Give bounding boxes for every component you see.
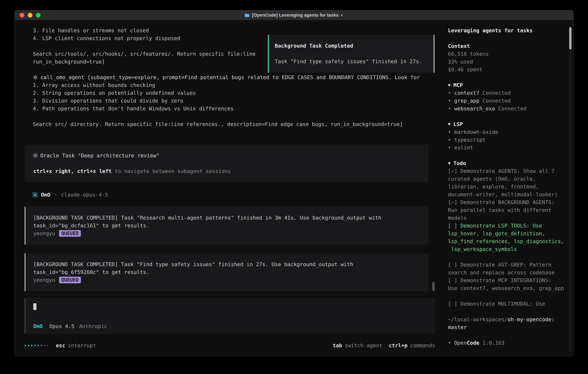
lsp-name: eslint <box>454 144 473 152</box>
mcp-status: Connected <box>483 89 511 97</box>
chat-line: 4. Path operations that don't handle Win… <box>25 105 442 113</box>
chat-line: 3. Division operations that could divide… <box>25 97 442 105</box>
notification-title: Background Task Completed <box>275 42 434 50</box>
sidebar-scrollbar-thumb[interactable] <box>569 27 571 50</box>
tool-call-text: call_omo_agent [subagent_type=explore, p… <box>40 73 420 81</box>
composer-agent-label: OmO <box>33 322 43 330</box>
bullet-icon: • <box>448 89 451 97</box>
chat-line: 2. String operations on potentially unde… <box>25 89 442 97</box>
message-author: yeongyu <box>33 276 55 284</box>
lsp-item: •eslint <box>448 144 566 152</box>
message-text: [BACKGROUND TASK COMPLETED] Task "Resear… <box>33 214 428 229</box>
bullet-icon: • <box>448 136 451 144</box>
esc-key-hint: esc <box>56 342 65 349</box>
lsp-name: markdown-oxide <box>454 128 498 136</box>
chat-line: 3. File handles or streams not closed <box>25 27 442 34</box>
workspace-path-strong: oh-my-opencode: <box>508 316 555 322</box>
chat-line: 1. Array access without bounds checking <box>25 81 442 89</box>
chevron-down-icon: ▼ <box>448 120 451 128</box>
text-cursor <box>33 303 36 310</box>
bullet-icon: • <box>448 105 451 113</box>
lsp-name: typescript <box>454 136 486 144</box>
todo-section-header[interactable]: ▼ Todo <box>448 159 566 167</box>
todo-item-done: [✓] Demonstrate BACKGROUND AGENTS: Run p… <box>448 198 566 222</box>
mcp-name: websearch_exa <box>454 105 495 113</box>
zoom-button[interactable] <box>36 13 41 18</box>
session-sidebar: Leveraging agents for tasks Context 66,5… <box>442 20 573 356</box>
app-version: 1.0.163 <box>483 339 504 347</box>
lsp-item: •typescript <box>448 136 566 144</box>
composer-provider-label: Anthropic <box>79 322 107 330</box>
sidebar-session-title: Leveraging agents for tasks <box>448 27 566 34</box>
mcp-name: context7 <box>454 89 479 97</box>
fisheye-icon <box>33 154 37 158</box>
agent-name: OmO <box>41 191 50 199</box>
brand-name: OpenCode <box>454 339 479 347</box>
mcp-name: grep_app <box>454 97 479 105</box>
queued-message: [BACKGROUND TASK COMPLETED] Task "Find t… <box>25 253 428 291</box>
opencode-terminal-window: [OpenCode] Leveraging agents for tasks ◐… <box>14 10 574 356</box>
brand-regular: Open <box>454 340 467 346</box>
window-controls <box>15 13 41 18</box>
mcp-item: •grep_appConnected <box>448 97 566 105</box>
dot-separator-icon: · <box>54 191 57 199</box>
mcp-heading: MCP <box>453 81 463 89</box>
lsp-item: •markdown-oxide <box>448 128 566 136</box>
message-text: [BACKGROUND TASK COMPLETED] Task "Find t… <box>33 260 428 276</box>
window-title: [OpenCode] Leveraging agents for tasks ◐ <box>244 13 344 18</box>
chevron-down-icon: ▼ <box>448 81 451 89</box>
chevron-down-icon: ▼ <box>448 159 451 167</box>
lsp-section-header[interactable]: ▼ LSP <box>448 120 566 128</box>
bullet-icon: • <box>448 128 451 136</box>
commands-action-label: commands <box>410 342 435 349</box>
notification-body: Task "Find type safety issues" finished … <box>275 58 434 65</box>
oracle-task-panel: Oracle Task "Deep architecture review" c… <box>25 145 428 182</box>
mcp-item: •context7Connected <box>448 89 566 97</box>
chat-scrollbar-thumb[interactable] <box>432 282 435 291</box>
session-indicator-icon: ◐ <box>341 13 344 18</box>
conversation-pane: 3. File handles or streams not closed 4.… <box>15 20 442 356</box>
workspace-branch: master <box>448 323 566 331</box>
bullet-icon: • <box>448 144 451 152</box>
tab-action-label: switch agent <box>345 342 382 349</box>
queued-message: [BACKGROUND TASK COMPLETED] Task "Resear… <box>25 207 428 245</box>
brand-bold: Code <box>467 340 479 346</box>
composer-model-label: Opus 4.5 <box>49 322 74 330</box>
todo-item-pending: [ ] Demonstrate MULTIMODAL: Use <box>448 300 566 308</box>
agent-checkbox-icon <box>33 193 37 197</box>
status-badge: QUEUED <box>59 230 81 237</box>
mcp-status: Connected <box>483 97 511 105</box>
lsp-heading: LSP <box>453 120 463 128</box>
folder-icon <box>244 13 250 17</box>
agent-model: claude-opus-4-5 <box>61 191 108 199</box>
context-spent: $0.46 spent <box>448 66 566 73</box>
todo-item-active: [ ] Demonstrate LSP TOOLS: Use lsp_hover… <box>448 222 566 253</box>
sidebar-scrollbar-track <box>569 26 571 351</box>
todo-item-done: [✓] Demonstrate AGENTS: Show all 7 curat… <box>448 167 566 198</box>
oracle-task-title: Oracle Task "Deep architecture review" <box>33 152 428 159</box>
subagent-nav-hint: ctrl+x right, ctrl+x left to navigate be… <box>33 167 428 175</box>
minimize-button[interactable] <box>28 13 32 18</box>
app-version-footer: • OpenCode 1.0.163 <box>448 339 566 347</box>
close-button[interactable] <box>20 13 24 18</box>
workspace-path-dim: ~/local-workspaces/ <box>448 316 508 322</box>
tool-call-line: call_omo_agent [subagent_type=explore, p… <box>25 73 442 81</box>
context-used: 33% used <box>448 58 566 66</box>
message-author: yeongyu <box>33 229 55 237</box>
todo-item-pending: [ ] Demonstrate MCP INTEGRATIONS: Use co… <box>448 277 566 292</box>
prompt-input[interactable]: OmO Opus 4.5 Anthropic <box>25 298 435 334</box>
window-title-text: [OpenCode] Leveraging agents for tasks <box>252 13 338 18</box>
chat-line: Search src/ directory. Return specific f… <box>25 120 442 128</box>
gear-icon <box>33 75 38 80</box>
mcp-section-header[interactable]: ▼ MCP <box>448 81 566 89</box>
mcp-status: Connected <box>498 105 526 113</box>
hint-text: to navigate between subagent sessions <box>112 168 231 174</box>
context-tokens: 66,518 tokens <box>448 50 566 58</box>
workspace-path: ~/local-workspaces/oh-my-opencode: <box>448 316 566 323</box>
notification-toast[interactable]: Background Task Completed Task "Find typ… <box>268 35 434 73</box>
bullet-icon: • <box>448 339 451 347</box>
status-badge: QUEUED <box>59 277 81 283</box>
oracle-task-title-text: Oracle Task "Deep architecture review" <box>40 152 159 159</box>
window-titlebar: [OpenCode] Leveraging agents for tasks ◐ <box>15 10 573 20</box>
spinner-dots-icon <box>25 345 48 346</box>
